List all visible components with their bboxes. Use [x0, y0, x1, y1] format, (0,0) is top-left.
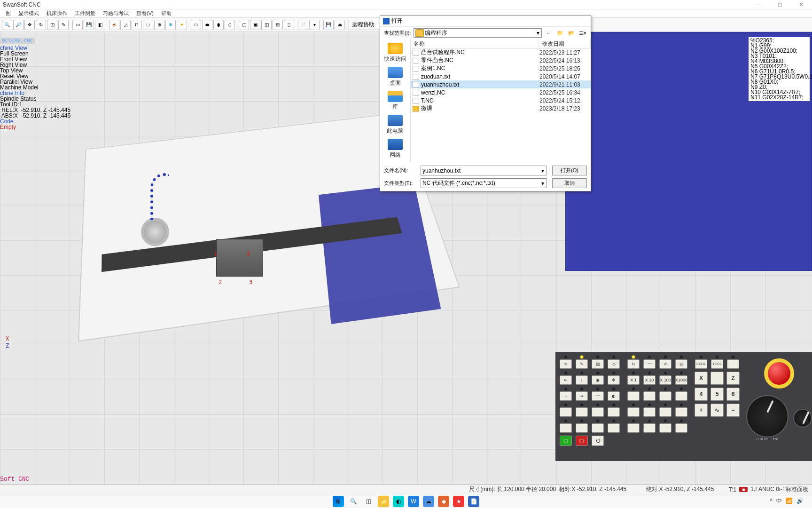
axis-blank[interactable] [710, 372, 724, 385]
feed-override-dial[interactable] [746, 395, 789, 437]
file-row[interactable]: zuoduan.txt 2020/5/14 14:07 [411, 72, 591, 80]
window-button[interactable]: ▭ [72, 20, 83, 30]
sp-btn-ori[interactable]: ◎ [675, 359, 687, 369]
rotate-button[interactable]: ↻ [36, 20, 46, 30]
file-row[interactable]: T.NC 2022/5/24 15:12 [411, 96, 591, 104]
zoom-in-button[interactable]: 🔍 [2, 20, 12, 30]
explorer-button[interactable]: 📁 [378, 496, 389, 507]
menu-machine-op[interactable]: 机床操作 [43, 10, 71, 17]
coolant-button[interactable]: ❄ [165, 20, 176, 30]
sp-btn-ccw[interactable]: ↺ [659, 359, 671, 369]
op-btn-single[interactable]: → [560, 391, 572, 401]
open-button[interactable]: 打开(O) [552, 166, 587, 175]
op-btn-r4[interactable] [608, 407, 620, 417]
box1-button[interactable]: ▢ [239, 20, 249, 30]
tray-volume-icon[interactable]: 🔊 [796, 498, 804, 504]
op-btn-r6[interactable] [576, 423, 588, 433]
op-btn-s5[interactable] [627, 407, 640, 417]
zoom-out-button[interactable]: 🔎 [13, 20, 23, 30]
axis-z-btn[interactable]: Z [726, 372, 740, 385]
start-button[interactable]: ⊞ [333, 496, 344, 507]
cool-btn[interactable]: COOL [695, 359, 707, 369]
op-btn-s10[interactable] [643, 423, 656, 433]
search-button[interactable]: 🔍 [348, 496, 359, 507]
place-network[interactable]: 网络 [382, 138, 408, 160]
box5-button[interactable]: ⌷ [284, 20, 294, 30]
place-libraries[interactable]: 库 [382, 90, 408, 112]
sp-btn-stop[interactable]: 〰 [643, 359, 656, 369]
cylinder2-button[interactable]: ⬬ [202, 20, 212, 30]
unclamp-button[interactable]: ⊔ [143, 20, 153, 30]
file-row[interactable]: 案例1.NC 2022/5/25 18:25 [411, 64, 591, 72]
cylinder1-button[interactable]: ⬭ [191, 20, 201, 30]
tray-ime-icon[interactable]: 中 [776, 497, 782, 505]
op-btn-r8[interactable] [608, 423, 620, 433]
menu-measure[interactable]: 工件测量 [71, 10, 99, 17]
op-btn-edit[interactable]: ✎ [576, 359, 588, 369]
op-btn-power[interactable]: ⏻ [592, 436, 604, 446]
shade-button[interactable]: ◧ [95, 20, 105, 30]
box2-button[interactable]: ▣ [250, 20, 260, 30]
op-btn-dry[interactable]: 〰 [592, 391, 604, 401]
op-btn-s1[interactable] [627, 391, 640, 401]
dialog-titlebar[interactable]: 打开 [380, 16, 591, 27]
filetype-combo[interactable]: NC 代码文件 (*.cnc;*.nc;*.txt)▾ [421, 178, 547, 188]
op-btn-s9[interactable] [627, 423, 640, 433]
edit-button[interactable]: ✎ [58, 20, 69, 30]
op-btn-r3[interactable] [592, 407, 604, 417]
num-5-btn[interactable]: 5 [710, 388, 724, 401]
app2-button[interactable]: ☁ [423, 496, 434, 507]
axis-x-btn[interactable]: X [695, 372, 708, 385]
op-btn-cycle[interactable]: ◯ [560, 436, 572, 446]
inc-x100[interactable]: X 100 [659, 375, 671, 385]
tool-btn[interactable]: TOOL [711, 359, 723, 369]
app1-button[interactable]: W [408, 496, 419, 507]
cylinder3-button[interactable]: ⬮ [213, 20, 224, 30]
op-btn-r1[interactable] [560, 407, 572, 417]
cancel-button[interactable]: 取消 [552, 178, 587, 188]
filename-input[interactable]: yuanhuzhou.txt▾ [421, 166, 547, 175]
disk-button[interactable]: 💾 [323, 20, 334, 30]
up-folder-button[interactable]: 📁 [556, 29, 564, 37]
file-row[interactable]: yuanhuzhou.txt 2022/9/21 11:03 [411, 80, 591, 88]
lookin-combo[interactable]: 编程程序 ▾ [414, 28, 542, 38]
num-4-btn[interactable]: 4 [695, 388, 708, 401]
num-6-btn[interactable]: 6 [726, 388, 740, 401]
spindle-override-dial[interactable] [793, 409, 812, 428]
cylinder4-button[interactable]: ⬯ [225, 20, 235, 30]
op-btn-skip[interactable]: ⇥ [576, 391, 588, 401]
op-btn-r5[interactable] [560, 423, 572, 433]
tool-button[interactable]: ✦ [177, 20, 187, 30]
op-btn-s2[interactable] [643, 391, 656, 401]
view-button[interactable]: ◳ [47, 20, 57, 30]
eject-button[interactable]: ⏏ [335, 20, 345, 30]
op-btn-s7[interactable] [659, 407, 671, 417]
op-btn-dnc[interactable]: ◇ [608, 359, 620, 369]
inc-x1000[interactable]: X1000 [675, 375, 687, 385]
op-btn-s8[interactable] [675, 407, 687, 417]
menu-view2[interactable]: 查看(V) [133, 10, 157, 17]
plus-btn[interactable]: + [695, 404, 708, 417]
app4-button[interactable]: ★ [453, 496, 464, 507]
op-btn-opt[interactable]: ◐ [608, 391, 620, 401]
new-folder-button[interactable]: 📂 [567, 29, 576, 37]
menu-display-mode[interactable]: 显示模式 [15, 10, 43, 17]
measure-button[interactable]: ◿ [120, 20, 131, 30]
col-date[interactable]: 修改日期 [539, 39, 591, 48]
view-menu-button[interactable]: ☰▾ [578, 29, 587, 37]
op-btn-mdi[interactable]: ▤ [592, 359, 604, 369]
box4-button[interactable]: ⊞ [273, 20, 283, 30]
taskview-button[interactable]: ◫ [363, 496, 374, 507]
doc-button[interactable]: 📄 [298, 20, 308, 30]
op-btn-s11[interactable] [659, 423, 671, 433]
aux-btn[interactable] [727, 359, 739, 369]
emergency-stop-button[interactable] [764, 358, 794, 389]
app3-button[interactable]: ◆ [438, 496, 449, 507]
minus-btn[interactable]: − [726, 404, 740, 417]
dropdown-button[interactable]: ▾ [309, 20, 320, 30]
op-btn-ref[interactable]: ⇤ [560, 375, 572, 385]
file-row[interactable]: 凸台试验程序.NC 2022/5/23 11:27 [411, 48, 591, 56]
clamp-button[interactable]: ⊓ [132, 20, 142, 30]
op-btn-s3[interactable] [659, 391, 671, 401]
place-desktop[interactable]: 桌面 [382, 66, 408, 88]
